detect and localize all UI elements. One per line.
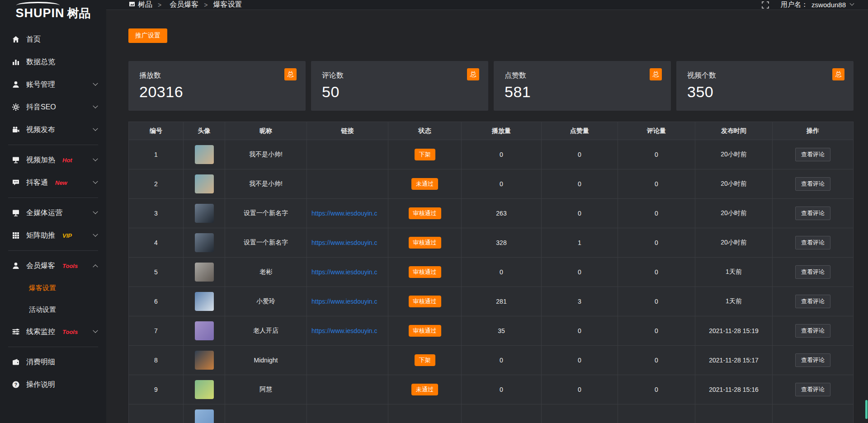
status-badge[interactable]: 审核通过 (409, 237, 441, 249)
status-badge[interactable]: 下架 (415, 149, 435, 160)
view-comments-button[interactable]: 查看评论 (795, 207, 830, 220)
sidebar-item-consumption-detail[interactable]: 消费明细 (0, 351, 106, 373)
scrollbar-thumb[interactable] (865, 400, 868, 419)
cell-comments: 0 (618, 199, 695, 228)
gear-icon (12, 103, 20, 111)
view-comments-button[interactable]: 查看评论 (795, 177, 830, 191)
user-menu[interactable]: 用户名：zswodun88 (781, 0, 854, 9)
table-row: 1我不是小帅!下架00020小时前查看评论 (129, 140, 853, 169)
sidebar-subitem-baoke-settings[interactable]: 爆客设置 (0, 277, 106, 299)
sidebar-item-label: 数据总览 (26, 57, 55, 67)
sidebar-item-douketong[interactable]: 抖客通New (0, 171, 106, 194)
sidebar-item-member-baoke[interactable]: 会员爆客Tools (0, 254, 106, 277)
status-badge[interactable]: 未通过 (411, 178, 438, 190)
avatar (195, 321, 214, 340)
cell-id: 4 (129, 228, 184, 257)
video-link[interactable]: https://www.iesdouyin.c (311, 239, 377, 246)
sidebar-item-operation-guide[interactable]: ?操作说明 (0, 373, 106, 396)
sidebar-item-video-heating[interactable]: 视频加热Hot (0, 149, 106, 171)
cell-comments: 0 (618, 375, 695, 404)
total-badge: 总 (467, 68, 479, 80)
cell-avatar (184, 287, 225, 316)
view-comments-button[interactable]: 查看评论 (795, 295, 830, 308)
column-header: 操作 (773, 122, 853, 140)
video-link[interactable]: https://www.iesdouyin.c (311, 268, 377, 276)
sidebar-item-label: 账号管理 (26, 80, 55, 89)
chevron-up-icon (93, 264, 98, 269)
help-icon: ? (12, 381, 20, 389)
stat-card: 播放数20316总 (128, 61, 306, 111)
breadcrumb-item-shupin[interactable]: 树品 (129, 0, 152, 9)
cell-nickname: 老彬 (225, 258, 307, 287)
status-badge[interactable]: 审核通过 (409, 266, 441, 278)
breadcrumb-item-member-baoke[interactable]: 会员爆客 (167, 0, 198, 9)
chevron-down-icon (93, 179, 98, 184)
view-comments-button[interactable]: 查看评论 (795, 265, 830, 279)
cell-id: 8 (129, 346, 184, 375)
chevron-down-icon (93, 103, 98, 108)
column-header: 状态 (388, 122, 462, 140)
stat-value: 350 (687, 83, 844, 101)
video-link[interactable]: https://www.iesdouyin.c (311, 327, 377, 334)
cell-comments: 0 (618, 228, 695, 257)
cell-avatar (184, 140, 225, 169)
videos-table: 编号头像昵称链接状态播放量点赞量评论量发布时间操作 1我不是小帅!下架00020… (128, 122, 854, 423)
cell-link (307, 140, 388, 169)
column-header: 评论量 (618, 122, 695, 140)
status-badge[interactable]: 下架 (415, 354, 435, 366)
view-comments-button[interactable]: 查看评论 (795, 324, 830, 338)
sidebar-item-home[interactable]: 首页 (0, 28, 106, 51)
sidebar-item-douyin-seo[interactable]: 抖音SEO (0, 96, 106, 118)
column-header: 点赞量 (542, 122, 618, 140)
logo-cjk: 树品 (67, 5, 91, 21)
sidebar-item-clue-monitor[interactable]: 线索监控Tools (0, 320, 106, 343)
sidebar-divider (8, 347, 98, 347)
breadcrumb-label: 树品 (138, 0, 152, 9)
video-link[interactable]: https://www.iesdouyin.c (311, 210, 377, 217)
breadcrumb-separator: > (204, 1, 208, 9)
sidebar-item-label: 矩阵助推 (26, 231, 55, 240)
cell-publish-time: 20小时前 (695, 169, 773, 198)
sidebar-item-all-media-operation[interactable]: 全媒体运营 (0, 202, 106, 224)
breadcrumb-item-baoke-settings[interactable]: 爆客设置 (213, 0, 242, 9)
cell-action: 查看评论 (773, 228, 853, 257)
video-link[interactable]: https://www.iesdouyin.c (311, 298, 377, 305)
app-logo[interactable]: SHUPIN 树品 (0, 0, 106, 26)
avatar (195, 409, 214, 423)
sidebar: SHUPIN 树品 首页数据总览账号管理抖音SEO视频发布视频加热Hot抖客通N… (0, 0, 106, 423)
view-comments-button[interactable]: 查看评论 (795, 148, 830, 161)
fullscreen-icon[interactable] (762, 1, 769, 9)
cell-publish-time: 2021-11-28 15:19 (695, 316, 773, 345)
status-badge[interactable]: 审核通过 (409, 207, 441, 219)
cell-status: 下架 (388, 346, 462, 375)
cell-publish-time: 1天前 (695, 287, 773, 316)
grid-icon (12, 231, 20, 240)
sidebar-item-data-overview[interactable]: 数据总览 (0, 51, 106, 73)
status-badge[interactable]: 审核通过 (409, 296, 441, 307)
promo-settings-button[interactable]: 推广设置 (128, 28, 167, 43)
breadcrumb-label: 爆客设置 (213, 0, 242, 9)
cell-avatar (184, 346, 225, 375)
cell-plays: 0 (462, 346, 542, 375)
sidebar-item-label: 操作说明 (26, 380, 55, 390)
view-comments-button[interactable]: 查看评论 (795, 236, 830, 249)
stat-label: 播放数 (139, 71, 297, 80)
sidebar-item-account-management[interactable]: 账号管理 (0, 73, 106, 96)
stat-label: 视频个数 (687, 71, 844, 80)
wallet-icon (12, 358, 20, 366)
cell-comments: 0 (618, 169, 695, 198)
sidebar-item-video-publish[interactable]: 视频发布 (0, 118, 106, 141)
stat-value: 50 (322, 83, 479, 101)
view-comments-button[interactable]: 查看评论 (795, 353, 830, 367)
avatar (195, 351, 214, 370)
cell-comments: 0 (618, 140, 695, 169)
status-badge[interactable]: 未通过 (411, 384, 438, 395)
view-comments-button[interactable]: 查看评论 (795, 383, 830, 396)
stat-card: 评论数50总 (311, 61, 488, 111)
status-badge[interactable]: 审核通过 (409, 325, 441, 337)
cell-publish-time: 20小时前 (695, 228, 773, 257)
table-row: 5老彬https://www.iesdouyin.c审核通过0001天前查看评论 (129, 257, 853, 287)
sidebar-item-matrix-boost[interactable]: 矩阵助推VIP (0, 224, 106, 247)
sidebar-badge-vip: VIP (62, 232, 72, 239)
sidebar-subitem-activity-settings[interactable]: 活动设置 (0, 299, 106, 320)
